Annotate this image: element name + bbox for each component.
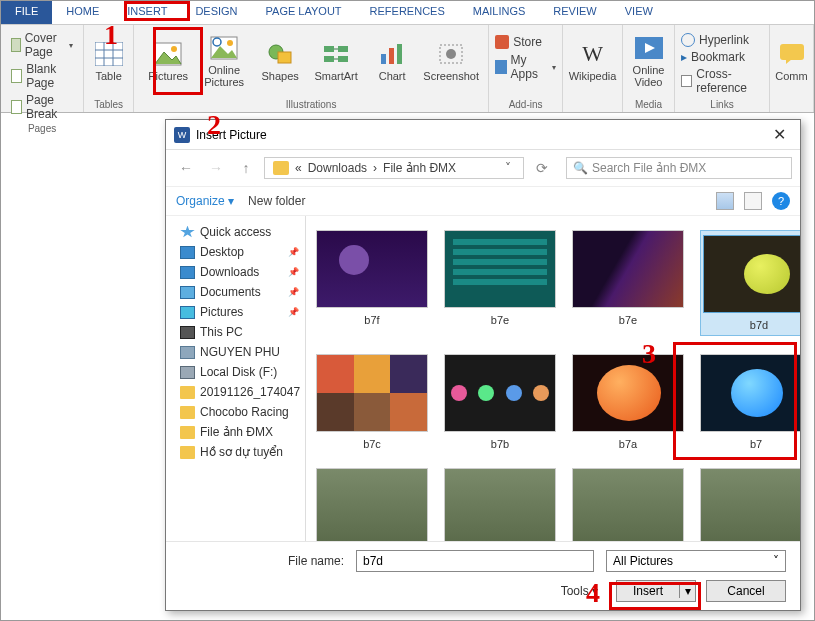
organize-menu[interactable]: Organize ▾ xyxy=(176,194,234,208)
screenshot-button[interactable]: Screenshot xyxy=(420,29,482,93)
wikipedia-label: Wikipedia xyxy=(569,70,617,82)
callout-3: 3 xyxy=(642,338,656,370)
file-thumbnail xyxy=(316,230,428,308)
file-item[interactable]: b7c xyxy=(316,354,428,450)
file-item[interactable]: b7e xyxy=(572,230,684,336)
page-break-button[interactable]: Page Break xyxy=(11,93,73,121)
my-apps-button[interactable]: My Apps▾ xyxy=(495,53,556,81)
svg-rect-17 xyxy=(389,48,394,64)
callout-1: 1 xyxy=(104,19,118,51)
comment-label: Comm xyxy=(775,70,807,82)
file-name-label: b7f xyxy=(364,314,379,326)
wikipedia-button[interactable]: W Wikipedia xyxy=(565,29,621,93)
file-item[interactable] xyxy=(700,468,800,541)
tree-usb-drive[interactable]: NGUYEN PHU xyxy=(166,342,305,362)
file-item[interactable] xyxy=(316,468,428,541)
file-item-selected[interactable]: b7d xyxy=(700,230,800,336)
breadcrumb-downloads[interactable]: Downloads xyxy=(308,161,367,175)
chart-button[interactable]: Chart xyxy=(364,29,420,93)
group-links-label: Links xyxy=(710,99,733,110)
tab-page-layout[interactable]: PAGE LAYOUT xyxy=(252,1,356,24)
pictures-label: Pictures xyxy=(148,70,188,82)
file-item[interactable]: b7b xyxy=(444,354,556,450)
cross-ref-icon xyxy=(681,75,692,87)
insert-dropdown[interactable]: ▾ xyxy=(679,584,695,598)
tree-folder-3[interactable]: File ảnh ĐMX xyxy=(166,422,305,442)
tab-design[interactable]: DESIGN xyxy=(181,1,251,24)
hyperlink-icon xyxy=(681,33,695,47)
online-pictures-button[interactable]: Online Pictures xyxy=(196,29,252,93)
file-thumbnail xyxy=(703,235,800,313)
tree-f1-label: 20191126_174047 xyxy=(200,385,300,399)
svg-rect-14 xyxy=(324,56,334,62)
callout-2: 2 xyxy=(207,109,221,141)
word-icon: W xyxy=(174,127,190,143)
view-large-icons-button[interactable] xyxy=(716,192,734,210)
tab-view[interactable]: VIEW xyxy=(611,1,667,24)
filter-label: All Pictures xyxy=(613,554,673,568)
store-icon xyxy=(495,35,509,49)
cover-page-button[interactable]: Cover Page▾ xyxy=(11,31,73,59)
pictures-button[interactable]: Pictures xyxy=(140,29,196,93)
dialog-nav: ← → ↑ « Downloads › File ảnh ĐMX ˅ ⟳ 🔍Se… xyxy=(166,150,800,186)
page-break-label: Page Break xyxy=(26,93,73,121)
insert-button[interactable]: Insert▾ xyxy=(616,580,696,602)
cross-reference-button[interactable]: Cross-reference xyxy=(681,67,763,95)
tree-quick-access[interactable]: Quick access xyxy=(166,222,305,242)
chevron-down-icon[interactable]: ˅ xyxy=(501,161,515,175)
tab-references[interactable]: REFERENCES xyxy=(356,1,459,24)
tree-folder-4[interactable]: Hồ sơ dự tuyển xyxy=(166,442,305,462)
new-folder-button[interactable]: New folder xyxy=(248,194,305,208)
tree-local-disk[interactable]: Local Disk (F:) xyxy=(166,362,305,382)
bookmark-button[interactable]: ▸Bookmark xyxy=(681,50,763,64)
file-name-input[interactable] xyxy=(356,550,594,572)
cancel-button[interactable]: Cancel xyxy=(706,580,786,602)
wikipedia-icon: W xyxy=(578,40,608,68)
comment-button[interactable]: Comm xyxy=(764,29,816,93)
tree-downloads[interactable]: Downloads xyxy=(166,262,305,282)
file-item[interactable]: b7f xyxy=(316,230,428,336)
insert-picture-dialog: W Insert Picture ✕ ← → ↑ « Downloads › F… xyxy=(165,119,801,611)
forward-button[interactable]: → xyxy=(204,156,228,180)
back-button[interactable]: ← xyxy=(174,156,198,180)
search-input[interactable]: 🔍Search File ảnh ĐMX xyxy=(566,157,792,179)
tab-file[interactable]: FILE xyxy=(1,1,52,24)
refresh-button[interactable]: ⟳ xyxy=(530,156,554,180)
tree-folder-2[interactable]: Chocobo Racing xyxy=(166,402,305,422)
view-details-button[interactable] xyxy=(744,192,762,210)
tree-usb-label: NGUYEN PHU xyxy=(200,345,280,359)
file-name-field-label: File name: xyxy=(180,554,350,568)
up-button[interactable]: ↑ xyxy=(234,156,258,180)
hyperlink-label: Hyperlink xyxy=(699,33,749,47)
breadcrumb[interactable]: « Downloads › File ảnh ĐMX ˅ xyxy=(264,157,524,179)
cross-ref-label: Cross-reference xyxy=(696,67,763,95)
tree-pictures[interactable]: Pictures xyxy=(166,302,305,322)
file-name-label: b7a xyxy=(619,438,637,450)
breadcrumb-folder[interactable]: File ảnh ĐMX xyxy=(383,161,456,175)
tree-this-pc[interactable]: This PC xyxy=(166,322,305,342)
online-video-button[interactable]: Online Video xyxy=(621,29,677,93)
file-item[interactable] xyxy=(444,468,556,541)
tree-desktop[interactable]: Desktop xyxy=(166,242,305,262)
store-button[interactable]: Store xyxy=(495,35,556,49)
tab-mailings[interactable]: MAILINGS xyxy=(459,1,540,24)
smartart-button[interactable]: SmartArt xyxy=(308,29,364,93)
tree-folder-1[interactable]: 20191126_174047 xyxy=(166,382,305,402)
file-type-filter[interactable]: All Pictures˅ xyxy=(606,550,786,572)
hyperlink-button[interactable]: Hyperlink xyxy=(681,33,763,47)
comment-icon xyxy=(777,40,807,68)
help-button[interactable]: ? xyxy=(772,192,790,210)
file-item[interactable]: b7 xyxy=(700,354,800,450)
close-icon[interactable]: ✕ xyxy=(767,123,792,146)
blank-page-button[interactable]: Blank Page xyxy=(11,62,73,90)
search-placeholder: Search File ảnh ĐMX xyxy=(592,161,706,175)
file-item[interactable]: b7a xyxy=(572,354,684,450)
file-item[interactable] xyxy=(572,468,684,541)
file-thumbnail xyxy=(444,468,556,541)
file-item[interactable]: b7e xyxy=(444,230,556,336)
shapes-button[interactable]: Shapes xyxy=(252,29,308,93)
tab-insert[interactable]: INSERT xyxy=(113,1,181,24)
tab-review[interactable]: REVIEW xyxy=(539,1,610,24)
tree-documents[interactable]: Documents xyxy=(166,282,305,302)
tree-downloads-label: Downloads xyxy=(200,265,259,279)
